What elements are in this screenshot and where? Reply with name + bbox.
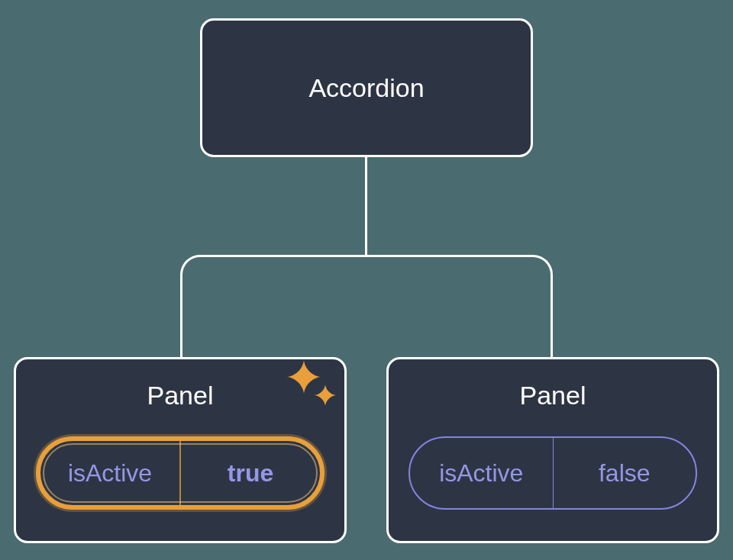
panel-left-label: Panel (147, 381, 214, 410)
state-key-text: isActive (439, 459, 523, 488)
accordion-node: Accordion (200, 18, 533, 157)
state-value-segment: false (554, 438, 696, 508)
panel-right-label: Panel (520, 381, 586, 410)
accordion-label: Accordion (308, 73, 424, 103)
panel-node-left: Panel isActive true (14, 357, 347, 543)
panel-node-right: Panel isActive false (386, 357, 719, 543)
state-pill-inactive: isActive false (408, 436, 697, 510)
state-key-text: isActive (68, 459, 152, 488)
connector-line-horizontal (180, 255, 553, 359)
state-value-segment: true (181, 441, 320, 505)
state-value-text: false (599, 459, 651, 488)
state-key-segment: isActive (40, 441, 181, 505)
state-key-segment: isActive (410, 438, 554, 508)
state-pill-active: isActive true (36, 436, 325, 510)
connector-line-vertical (365, 157, 367, 255)
state-value-text: true (228, 459, 273, 488)
